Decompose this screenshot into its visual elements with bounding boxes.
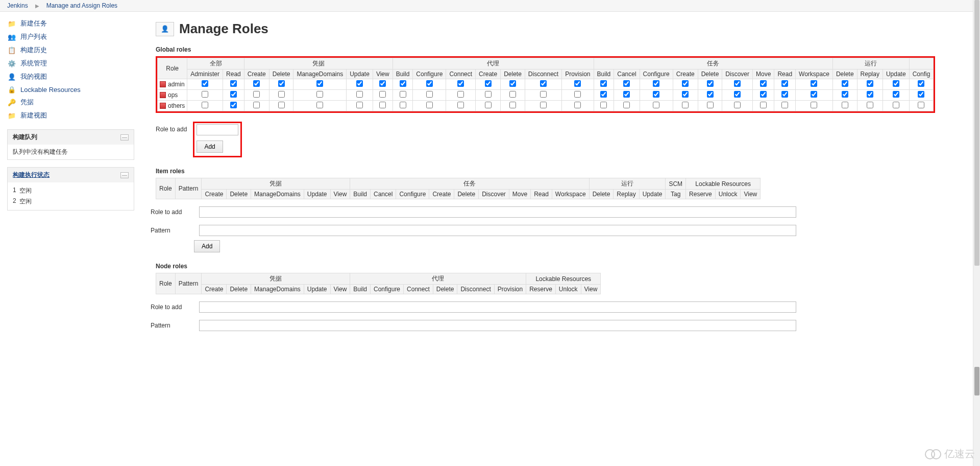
item-pattern-input[interactable] (199, 225, 796, 236)
permission-checkbox[interactable] (400, 91, 406, 98)
permission-checkbox[interactable] (316, 80, 323, 87)
permission-checkbox[interactable] (574, 102, 581, 108)
permission-checkbox[interactable] (356, 102, 363, 108)
permission-checkbox[interactable] (918, 80, 924, 87)
permission-checkbox[interactable] (509, 80, 516, 87)
permission-checkbox[interactable] (811, 91, 817, 98)
delete-role-icon[interactable] (160, 81, 166, 87)
permission-checkbox[interactable] (457, 102, 464, 108)
permission-checkbox[interactable] (379, 80, 386, 87)
permission-checkbox[interactable] (707, 80, 714, 87)
permission-checkbox[interactable] (734, 102, 741, 108)
permission-checkbox[interactable] (918, 91, 924, 98)
permission-checkbox[interactable] (457, 91, 464, 98)
sidebar-item-label[interactable]: Lockable Resources (20, 86, 81, 94)
permission-checkbox[interactable] (379, 102, 386, 108)
sidebar-item-label[interactable]: 用户列表 (20, 32, 47, 41)
collapse-icon[interactable]: — (120, 134, 129, 141)
permission-checkbox[interactable] (623, 80, 630, 87)
breadcrumb-page[interactable]: Manage and Assign Roles (46, 2, 117, 9)
permission-checkbox[interactable] (682, 102, 689, 108)
permission-checkbox[interactable] (356, 80, 363, 87)
permission-checkbox[interactable] (202, 80, 208, 87)
sidebar-item[interactable]: 📋构建历史 (7, 43, 134, 57)
permission-checkbox[interactable] (230, 102, 237, 108)
permission-checkbox[interactable] (893, 102, 899, 108)
sidebar-item[interactable]: 🔒Lockable Resources (7, 83, 134, 96)
permission-checkbox[interactable] (426, 102, 433, 108)
sidebar-item[interactable]: 👤我的视图 (7, 70, 134, 83)
permission-checkbox[interactable] (316, 102, 323, 108)
permission-checkbox[interactable] (230, 80, 237, 87)
permission-checkbox[interactable] (230, 91, 237, 98)
permission-checkbox[interactable] (485, 91, 492, 98)
permission-checkbox[interactable] (540, 91, 547, 98)
global-role-to-add-input[interactable] (197, 124, 238, 135)
permission-checkbox[interactable] (707, 91, 714, 98)
breadcrumb-root[interactable]: Jenkins (7, 2, 28, 9)
permission-checkbox[interactable] (540, 80, 547, 87)
permission-checkbox[interactable] (253, 80, 260, 87)
permission-checkbox[interactable] (379, 91, 386, 98)
delete-role-icon[interactable] (160, 92, 166, 98)
permission-checkbox[interactable] (574, 91, 581, 98)
item-role-to-add-input[interactable] (199, 206, 796, 218)
global-add-button[interactable]: Add (197, 141, 223, 153)
permission-checkbox[interactable] (400, 80, 406, 87)
permission-checkbox[interactable] (574, 80, 581, 87)
permission-checkbox[interactable] (653, 80, 659, 87)
permission-checkbox[interactable] (600, 80, 607, 87)
permission-checkbox[interactable] (457, 80, 464, 87)
permission-checkbox[interactable] (760, 102, 767, 108)
collapse-icon[interactable]: — (120, 172, 129, 178)
permission-checkbox[interactable] (485, 80, 492, 87)
permission-checkbox[interactable] (426, 80, 433, 87)
permission-checkbox[interactable] (600, 102, 607, 108)
permission-checkbox[interactable] (682, 91, 689, 98)
permission-checkbox[interactable] (842, 80, 848, 87)
permission-checkbox[interactable] (781, 91, 788, 98)
permission-checkbox[interactable] (509, 102, 516, 108)
delete-role-icon[interactable] (160, 103, 166, 109)
sidebar-item-label[interactable]: 我的视图 (20, 72, 47, 81)
permission-checkbox[interactable] (540, 102, 547, 108)
permission-checkbox[interactable] (811, 80, 817, 87)
sidebar-item-label[interactable]: 构建历史 (20, 45, 47, 55)
permission-checkbox[interactable] (842, 91, 848, 98)
permission-checkbox[interactable] (893, 91, 899, 98)
permission-checkbox[interactable] (400, 102, 406, 108)
permission-checkbox[interactable] (202, 102, 208, 108)
permission-checkbox[interactable] (781, 102, 788, 108)
sidebar-item[interactable]: 🔑凭据 (7, 96, 134, 109)
sidebar-item[interactable]: ⚙️系统管理 (7, 57, 134, 70)
sidebar-item-label[interactable]: 凭据 (20, 98, 34, 107)
permission-checkbox[interactable] (653, 91, 659, 98)
permission-checkbox[interactable] (781, 80, 788, 87)
permission-checkbox[interactable] (278, 102, 285, 108)
permission-checkbox[interactable] (600, 91, 607, 98)
permission-checkbox[interactable] (760, 80, 767, 87)
permission-checkbox[interactable] (867, 80, 873, 87)
permission-checkbox[interactable] (653, 102, 659, 108)
permission-checkbox[interactable] (623, 91, 630, 98)
permission-checkbox[interactable] (867, 102, 873, 108)
node-pattern-input[interactable] (199, 320, 796, 331)
permission-checkbox[interactable] (485, 102, 492, 108)
sidebar-item[interactable]: 📁新建任务 (7, 17, 134, 30)
permission-checkbox[interactable] (842, 102, 848, 108)
permission-checkbox[interactable] (202, 91, 208, 98)
permission-checkbox[interactable] (682, 80, 689, 87)
permission-checkbox[interactable] (253, 91, 260, 98)
permission-checkbox[interactable] (278, 80, 285, 87)
scrollbar-thumb[interactable] (974, 0, 979, 266)
permission-checkbox[interactable] (316, 91, 323, 98)
permission-checkbox[interactable] (811, 102, 817, 108)
sidebar-item-label[interactable]: 系统管理 (20, 59, 47, 68)
executor-title[interactable]: 构建执行状态 (13, 171, 50, 179)
permission-checkbox[interactable] (356, 91, 363, 98)
permission-checkbox[interactable] (893, 80, 899, 87)
scrollbar-track[interactable] (973, 0, 980, 350)
permission-checkbox[interactable] (623, 102, 630, 108)
permission-checkbox[interactable] (253, 102, 260, 108)
permission-checkbox[interactable] (867, 91, 873, 98)
